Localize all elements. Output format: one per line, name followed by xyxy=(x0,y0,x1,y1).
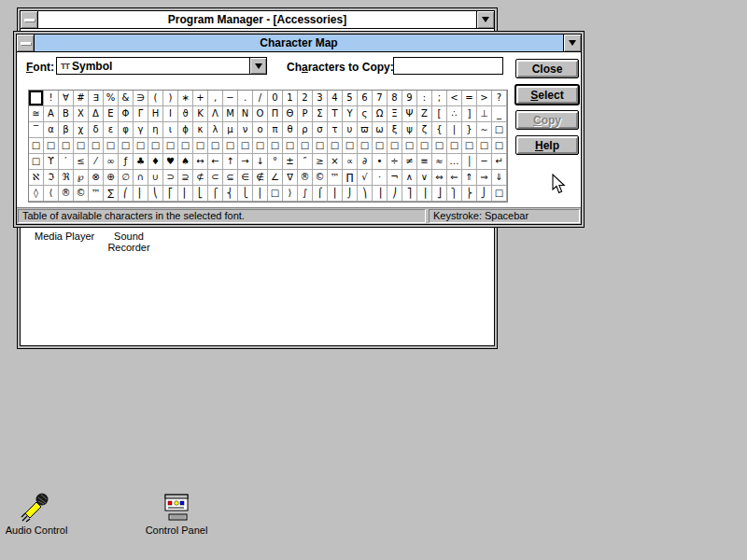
char-cell[interactable]: + xyxy=(193,91,208,106)
char-cell[interactable]: Λ xyxy=(208,106,223,122)
char-cell[interactable]: ♣ xyxy=(134,154,148,170)
char-cell[interactable]: … xyxy=(447,154,462,170)
char-cell[interactable]: ⎟ xyxy=(373,186,388,202)
char-cell[interactable]: □ xyxy=(89,138,104,154)
char-cell[interactable]: ; xyxy=(432,91,447,106)
char-cell[interactable]: ◊ xyxy=(29,186,44,202)
char-cell[interactable]: ⊥ xyxy=(477,106,492,122)
char-cell[interactable] xyxy=(29,91,44,106)
char-cell[interactable]: □ xyxy=(193,138,208,154)
char-grid[interactable]: !∀#∃%&∋()∗+,−./0123456789:;<=>?≅ΑΒΧΔΕΦΓΗ… xyxy=(28,90,508,203)
char-cell[interactable]: ® xyxy=(59,186,74,202)
char-cell[interactable]: □ xyxy=(268,138,283,154)
char-cell[interactable]: φ xyxy=(119,122,134,138)
char-cell[interactable]: ( xyxy=(148,91,163,106)
char-cell[interactable]: ® xyxy=(298,170,313,186)
char-cell[interactable]: ↔ xyxy=(193,154,208,170)
char-cell[interactable]: ← xyxy=(208,154,223,170)
char-cell[interactable]: □ xyxy=(29,138,44,154)
char-cell[interactable]: ] xyxy=(462,106,477,122)
system-menu-icon[interactable] xyxy=(17,35,35,51)
char-cell[interactable]: : xyxy=(417,91,432,106)
char-cell[interactable]: ⎬ xyxy=(462,186,477,202)
char-cell[interactable]: ¬ xyxy=(388,170,402,186)
char-cell[interactable]: , xyxy=(208,91,223,106)
char-cell[interactable]: ω xyxy=(373,122,388,138)
dialog-titlebar[interactable]: Character Map xyxy=(17,35,581,52)
program-item-sound-recorder[interactable]: Sound Recorder xyxy=(105,231,153,253)
char-cell[interactable]: □ xyxy=(74,138,89,154)
char-cell[interactable]: ƒ xyxy=(119,154,134,170)
char-cell[interactable]: Μ xyxy=(223,106,238,122)
char-cell[interactable]: ∉ xyxy=(253,170,268,186)
char-cell[interactable]: Ν xyxy=(238,106,253,122)
system-menu-icon[interactable] xyxy=(21,11,38,28)
char-cell[interactable]: κ xyxy=(193,122,208,138)
char-cell[interactable]: ℵ xyxy=(29,170,44,186)
char-cell[interactable]: ∝ xyxy=(343,154,358,170)
char-cell[interactable]: ∃ xyxy=(89,91,104,106)
char-cell[interactable]: □ xyxy=(432,138,447,154)
char-cell[interactable]: © xyxy=(74,186,89,202)
char-cell[interactable]: 0 xyxy=(268,91,283,106)
char-cell[interactable]: { xyxy=(432,122,447,138)
program-item-media-player[interactable]: Media Player xyxy=(35,231,94,242)
char-cell[interactable]: □ xyxy=(298,138,313,154)
char-cell[interactable]: □ xyxy=(358,138,373,154)
char-cell[interactable]: 9 xyxy=(402,91,417,106)
char-cell[interactable]: ∫ xyxy=(298,186,313,202)
char-cell[interactable]: ∞ xyxy=(104,154,119,170)
char-cell[interactable]: ⎛ xyxy=(119,186,134,202)
char-cell[interactable]: ⊃ xyxy=(163,170,178,186)
char-cell[interactable]: □ xyxy=(343,138,358,154)
char-cell[interactable]: □ xyxy=(134,138,148,154)
char-cell[interactable]: γ xyxy=(134,122,148,138)
char-cell[interactable]: | xyxy=(447,122,462,138)
char-cell[interactable]: Ρ xyxy=(298,106,313,122)
char-cell[interactable]: □ xyxy=(104,138,119,154)
char-cell[interactable]: ™ xyxy=(89,186,104,202)
char-cell[interactable]: √ xyxy=(358,170,373,186)
characters-to-copy-input[interactable] xyxy=(393,57,503,75)
char-cell[interactable]: ∠ xyxy=(268,170,283,186)
char-cell[interactable]: ™ xyxy=(328,170,343,186)
char-cell[interactable]: 6 xyxy=(358,91,373,106)
char-cell[interactable]: ∗ xyxy=(178,91,193,106)
char-cell[interactable]: ρ xyxy=(298,122,313,138)
char-cell[interactable]: [ xyxy=(432,106,447,122)
char-cell[interactable]: ⟨ xyxy=(44,186,59,202)
char-cell[interactable]: ϖ xyxy=(358,122,373,138)
char-cell[interactable]: θ xyxy=(283,122,298,138)
char-cell[interactable]: □ xyxy=(492,186,507,202)
char-cell[interactable]: ⎪ xyxy=(253,186,268,202)
char-cell[interactable]: □ xyxy=(447,138,462,154)
char-cell[interactable]: ∴ xyxy=(447,106,462,122)
select-button[interactable]: Select xyxy=(515,85,579,105)
char-cell[interactable]: ′ xyxy=(59,154,74,170)
char-cell[interactable]: ∩ xyxy=(134,170,148,186)
char-cell[interactable]: ⁄ xyxy=(89,154,104,170)
char-cell[interactable]: □ xyxy=(283,138,298,154)
control-panel-shortcut[interactable]: Control Panel xyxy=(140,491,213,536)
char-cell[interactable]: ς xyxy=(358,106,373,122)
char-cell[interactable]: ″ xyxy=(298,154,313,170)
char-cell[interactable]: │ xyxy=(462,154,477,170)
char-cell[interactable]: □ xyxy=(388,138,402,154)
char-cell[interactable]: ♠ xyxy=(178,154,193,170)
char-cell[interactable]: δ xyxy=(89,122,104,138)
char-cell[interactable]: □ xyxy=(148,138,163,154)
char-cell[interactable]: ⎢ xyxy=(178,186,193,202)
char-cell[interactable]: ⌠ xyxy=(313,186,328,202)
char-cell[interactable]: ∈ xyxy=(238,170,253,186)
char-cell[interactable]: & xyxy=(119,91,134,106)
char-cell[interactable]: → xyxy=(238,154,253,170)
char-cell[interactable]: σ xyxy=(313,122,328,138)
char-cell[interactable]: ♥ xyxy=(163,154,178,170)
char-cell[interactable]: Ξ xyxy=(388,106,402,122)
copy-button[interactable]: Copy xyxy=(515,110,579,130)
char-cell[interactable]: □ xyxy=(163,138,178,154)
char-cell[interactable]: ∋ xyxy=(134,91,148,106)
char-cell[interactable]: ⊗ xyxy=(89,170,104,186)
char-cell[interactable]: β xyxy=(59,122,74,138)
char-cell[interactable]: ∼ xyxy=(477,122,492,138)
